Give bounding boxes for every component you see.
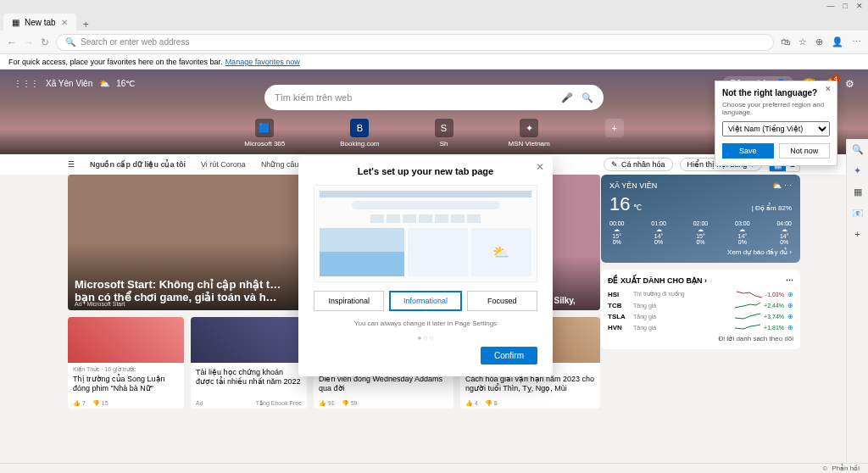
modal-overlay: ✕ Let's set up your new tab page ⛅ Inspi… [0, 0, 868, 473]
modal-illustration: ⛅ [314, 185, 537, 282]
modal-title: Let's set up your new tab page [314, 166, 537, 176]
modal-hint: You can always change it later in Page S… [314, 320, 537, 327]
option-inspirational[interactable]: Inspirational [314, 291, 384, 311]
setup-modal: ✕ Let's set up your new tab page ⛅ Inspi… [298, 156, 553, 376]
pager-dots: ● ○ ○ [314, 334, 537, 342]
confirm-button[interactable]: Confirm [481, 347, 537, 364]
layout-options: Inspirational Informational Focused [314, 291, 537, 311]
close-modal-icon[interactable]: ✕ [536, 161, 544, 173]
option-informational[interactable]: Informational [389, 291, 461, 311]
option-focused[interactable]: Focused [467, 291, 537, 311]
